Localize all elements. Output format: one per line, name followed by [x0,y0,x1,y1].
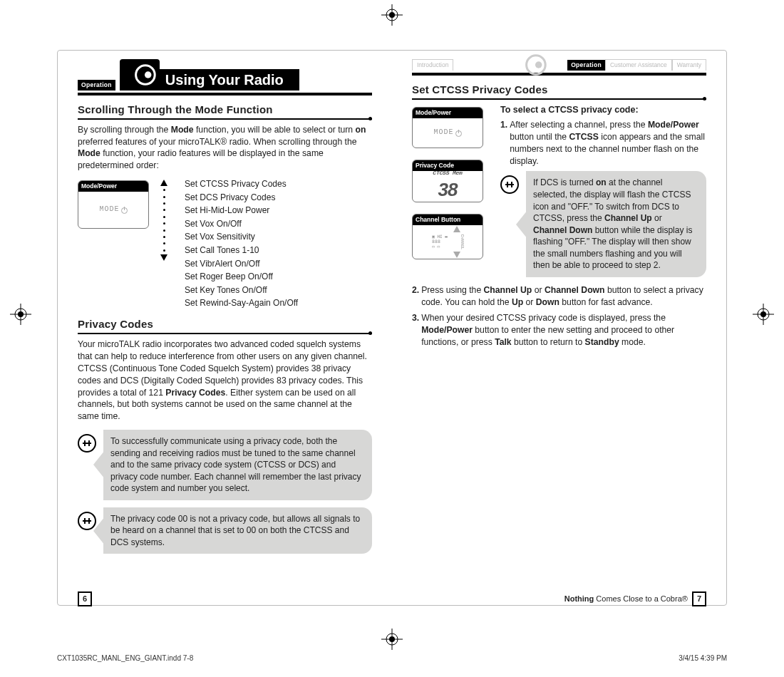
operation-badge: Operation [78,80,115,91]
mode-text: MODE [99,205,119,215]
list-item: Set VibrAlert On/Off [175,257,298,271]
list-item: Set DCS Privacy Codes [175,191,298,205]
privacy-code-illustration: Privacy Code CTCSS Mem 38 [412,160,483,202]
list-item: Set Vox On/Off [175,217,298,231]
list-item: Set Roger Beep On/Off [175,270,298,284]
svg-rect-27 [507,182,508,187]
registration-mark-icon [753,304,774,325]
note-icon [78,434,96,453]
list-item: Set Rewind-Say-Again On/Off [175,296,298,310]
illustration-label: Mode/Power [413,108,483,118]
illustration-label: Channel Button [413,215,483,224]
page-number-box: 7 [692,591,706,606]
section-heading: Privacy Codes [78,317,372,331]
ctcss-row: Mode/Power MODE Privacy Code CTCSS Mem 3… [412,104,706,277]
arrow-column [158,179,170,262]
list-item: Set Key Tones On/Off [175,284,298,297]
svg-rect-23 [88,518,90,524]
left-header: Operation Using Your Radio [78,59,372,91]
power-icon [121,207,128,214]
channel-button-illustration: Channel Button ▣ HI ▬𝟠𝟠𝟠▭ ▭ CHANNEL [412,214,483,259]
list-item: Set Vox Sensitivity [175,230,298,244]
mode-list: Set CTCSS Privacy Codes Set DCS Privacy … [175,177,298,310]
tagline: Nothing Comes Close to a Cobra® [564,594,688,604]
tab-customer-assistance: Customer Assistance [605,59,672,71]
note-block: The privacy code 00 is not a privacy cod… [78,507,372,554]
step-text: When your desired CTCSS privacy code is … [421,312,706,348]
left-page: Operation Using Your Radio Scrolling Thr… [58,51,392,605]
section-heading: Scrolling Through the Mode Function [78,103,372,117]
svg-point-25 [535,61,542,68]
section-body: By scrolling through the Mode function, … [78,124,372,172]
registration-mark-icon [10,304,31,325]
header-rule [78,93,372,95]
svg-rect-20 [88,440,90,446]
power-icon [455,130,462,137]
tab-bar-right: Customer Assistance Warranty [605,59,706,71]
triangle-down-icon [160,254,167,261]
channel-down-icon [453,252,460,258]
lcd-number: 38 [438,177,458,202]
page-number-box: 6 [78,591,92,606]
note-block: To successfully communicate using a priv… [78,430,372,500]
svg-rect-26 [505,184,514,185]
svg-rect-18 [83,443,91,444]
step-text: Press using the Channel Up or Channel Do… [421,284,706,309]
svg-point-17 [145,71,152,78]
step-item: 3.When your desired CTCSS privacy code i… [412,312,706,348]
content-frame: Operation Using Your Radio Scrolling Thr… [57,50,727,606]
section-body: Your microTALK radio incorporates two ad… [78,338,372,423]
file-footer: CXT1035RC_MANL_ENG_GIANT.indd 7-8 3/4/15… [57,653,727,663]
step-item: 2.Press using the Channel Up or Channel … [412,284,706,309]
tab-bar: Introduction [412,59,453,71]
registration-mark-icon [381,629,403,650]
right-page: Introduction Operation Customer Assistan… [392,51,726,605]
header-rule [412,73,706,76]
svg-rect-21 [83,520,91,522]
mode-power-illustration: Mode/Power MODE [78,180,149,229]
page-number-right: Nothing Comes Close to a Cobra® 7 [564,591,706,606]
note-block: If DCS is turned on at the channel selec… [500,171,706,277]
tab-introduction: Introduction [412,59,453,71]
file-date: 3/4/15 4:39 PM [679,653,727,663]
cobra-swirl-icon [120,59,160,91]
page-root: Operation Using Your Radio Scrolling Thr… [0,0,784,677]
section-rule [78,333,372,334]
tab-warranty: Warranty [672,59,706,71]
svg-rect-19 [84,440,86,446]
cobra-swirl-icon [515,49,555,81]
svg-rect-28 [511,182,512,187]
illustration-label: Mode/Power [78,181,148,191]
ctcss-text-column: To select a CTCSS privacy code: 1.After … [500,104,706,277]
note-text: If DCS is turned on at the channel selec… [526,171,706,277]
section-heading: Set CTCSS Privacy Codes [412,83,706,97]
channel-up-icon [453,226,460,232]
steps-below: 2.Press using the Channel Up or Channel … [412,284,706,348]
note-text: The privacy code 00 is not a privacy cod… [103,507,372,554]
step-number: 3. [412,312,419,348]
note-text: To successfully communicate using a priv… [103,430,372,500]
list-item: Set Hi-Mid-Low Power [175,204,298,217]
step-text: After selecting a channel, press the Mod… [510,119,706,167]
list-item: Set CTCSS Privacy Codes [175,177,298,191]
list-item: Set Call Tones 1-10 [175,244,298,257]
section-rule [78,118,372,120]
step-number: 1. [500,119,507,167]
tab-operation: Operation [567,60,605,71]
mode-power-illustration: Mode/Power MODE [412,107,483,148]
step-item: 1.After selecting a channel, press the M… [500,119,706,167]
page-title: Using Your Radio [158,69,299,91]
channel-label: CHANNEL [450,234,463,249]
illustration-column: Mode/Power MODE Privacy Code CTCSS Mem 3… [412,104,492,262]
file-name: CXT1035RC_MANL_ENG_GIANT.indd 7-8 [57,653,193,663]
step-number: 2. [412,284,419,309]
section-rule [412,98,706,100]
page-number-left: 6 [78,591,92,606]
ctcss-label: CTCSS Mem [433,170,462,177]
note-icon [500,175,519,194]
right-header: Introduction Operation Customer Assistan… [412,59,706,71]
svg-rect-22 [84,518,86,524]
mode-text: MODE [433,128,453,138]
triangle-up-icon [160,180,167,186]
lead-text: To select a CTCSS privacy code: [500,104,706,116]
